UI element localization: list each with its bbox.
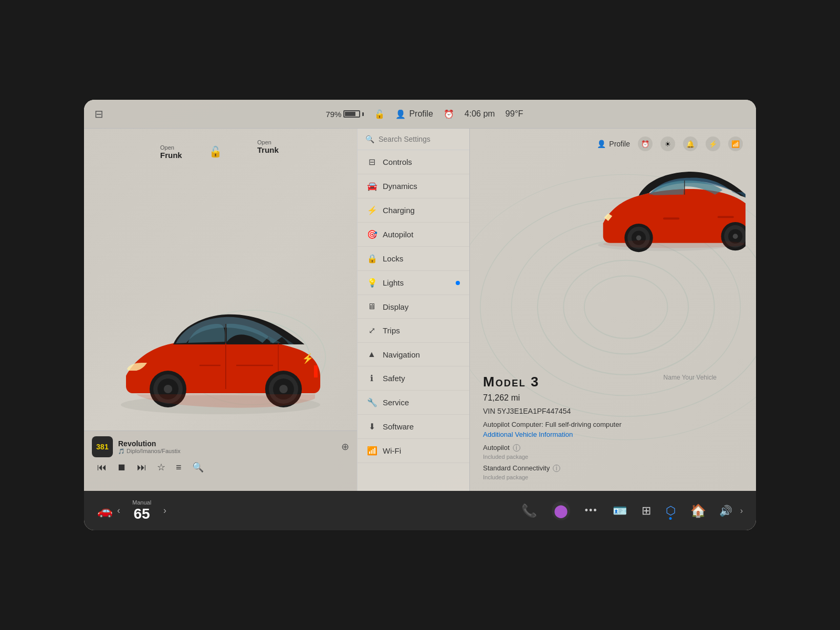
navigation-icon: ▲: [367, 350, 376, 359]
next-button[interactable]: ⏭: [137, 462, 146, 473]
menu-item-lights[interactable]: 💡 Lights: [358, 271, 469, 295]
search-button[interactable]: 🔍: [192, 461, 204, 473]
svg-rect-27: [663, 217, 679, 219]
connectivity-info-icon[interactable]: i: [553, 465, 560, 472]
profile-top-button[interactable]: 👤 Profile: [597, 140, 630, 148]
display-label: Display: [383, 302, 460, 311]
brightness-top-button[interactable]: ☀: [660, 136, 675, 151]
search-input[interactable]: [379, 135, 470, 143]
lock-icon: 🔓: [374, 109, 385, 119]
menu-item-autopilot[interactable]: 🎯 Autopilot: [358, 223, 469, 247]
stop-button[interactable]: ⏹: [117, 462, 127, 473]
menu-item-dynamics[interactable]: 🚘 Dynamics: [358, 174, 469, 198]
prev-speed-arrow[interactable]: ‹: [117, 505, 120, 516]
bluetooth-top-button[interactable]: ⚡: [706, 136, 720, 151]
bell-top-button[interactable]: 🔔: [683, 136, 698, 151]
additional-vehicle-link[interactable]: Additional Vehicle Information: [483, 430, 743, 438]
safety-icon: ℹ: [367, 373, 376, 383]
autopilot-computer-info: Autopilot Computer: Full self-driving co…: [483, 421, 743, 428]
taskbar-apps: 📞 ⬤ ••• 🪪 ⊞ ⬡ 🏠: [521, 501, 706, 520]
speed-display: Manual 65: [132, 499, 151, 522]
alarm-top-button[interactable]: ⏰: [638, 136, 653, 151]
model-header: Model 3 Name Your Vehicle: [483, 374, 743, 390]
speed-mode-label: Manual: [132, 499, 151, 506]
music-text: Revolution 🎵 Diplo/Imanos/Faustix: [118, 439, 336, 454]
next-speed-arrow[interactable]: ›: [163, 505, 166, 516]
lights-icon: 💡: [367, 278, 376, 288]
software-icon: ⬇: [367, 422, 376, 432]
drive-icon: ⊟: [94, 108, 103, 120]
bluetooth-app-icon[interactable]: ⬡: [666, 504, 676, 518]
frunk-unlock-icon: 🔓: [209, 145, 222, 158]
music-artist: 🎵 Diplo/Imanos/Faustix: [118, 448, 336, 454]
home-app-icon[interactable]: 🏠: [690, 503, 706, 518]
connectivity-label: Standard Connectivity: [483, 464, 550, 472]
controls-label: Controls: [383, 158, 460, 166]
prev-button[interactable]: ⏮: [97, 462, 107, 473]
charging-icon: ⚡: [367, 205, 376, 215]
menu-item-controls[interactable]: ⊟ Controls: [358, 150, 469, 174]
taskbar: 🚗 ‹ Manual 65 › 📞 ⬤ ••• 🪪 ⊞ ⬡ 🏠 🔊: [84, 491, 756, 530]
music-logo: 381: [92, 436, 113, 457]
trunk-title: Trunk: [257, 145, 279, 154]
cast-icon[interactable]: ⊕: [341, 441, 349, 453]
battery-cap: [362, 112, 364, 116]
temp-display: 99°F: [506, 109, 523, 119]
svg-text:⚡: ⚡: [302, 353, 314, 364]
menu-item-display[interactable]: 🖥 Display: [358, 295, 469, 319]
trunk-label[interactable]: Open Trunk: [257, 139, 279, 154]
mileage-display: 71,262 mi: [483, 393, 743, 403]
autopilot-package-sub: Included package: [483, 454, 743, 460]
info-app-icon[interactable]: 🪪: [613, 504, 627, 518]
svg-point-36: [733, 234, 738, 239]
music-player: 381 Revolution 🎵 Diplo/Imanos/Faustix ⊕ …: [84, 430, 357, 491]
status-center: 79% 🔓 👤 Profile ⏰ 4:06 pm 99°F: [326, 109, 523, 119]
svg-point-32: [636, 235, 642, 240]
speed-value: 65: [132, 506, 151, 522]
battery-percent: 79%: [326, 110, 341, 119]
dynamics-icon: 🚘: [367, 181, 376, 191]
search-icon: 🔍: [365, 135, 374, 143]
alarm-top-icon: ⏰: [641, 140, 649, 148]
grid-app-icon[interactable]: ⊞: [642, 504, 651, 518]
volume-expand-icon[interactable]: ›: [740, 506, 743, 516]
music-app-icon[interactable]: ⬤: [552, 501, 570, 520]
signal-top-button[interactable]: 📶: [728, 136, 743, 151]
profile-top-label: Profile: [609, 140, 630, 148]
menu-item-locks[interactable]: 🔒 Locks: [358, 247, 469, 271]
frunk-label[interactable]: Open Frunk: [160, 144, 182, 160]
svg-point-13: [164, 385, 172, 393]
taskbar-car-icon[interactable]: 🚗: [97, 503, 113, 518]
volume-icon[interactable]: 🔊: [719, 505, 732, 517]
menu-item-service[interactable]: 🔧 Service: [358, 391, 469, 415]
music-title: Revolution: [118, 439, 336, 448]
navigation-label: Navigation: [383, 350, 460, 359]
locks-icon: 🔒: [367, 254, 376, 264]
trips-icon: ⤢: [367, 326, 376, 335]
menu-item-software[interactable]: ⬇ Software: [358, 415, 469, 439]
svg-point-21: [538, 239, 715, 375]
menu-item-wifi[interactable]: 📶 Wi-Fi: [358, 439, 469, 463]
favorite-button[interactable]: ☆: [157, 461, 165, 473]
main-content: Open Frunk 🔓 Open Trunk: [84, 129, 756, 491]
equalizer-button[interactable]: ≡: [176, 462, 182, 473]
phone-app-icon[interactable]: 📞: [521, 503, 537, 518]
menu-item-trips[interactable]: ⤢ Trips: [358, 319, 469, 343]
taskbar-right: 🔊 ›: [719, 505, 743, 517]
locks-label: Locks: [383, 254, 460, 263]
status-bar: ⊟ 79% 🔓 👤 Profile ⏰ 4:06 pm 99°F: [84, 100, 756, 129]
profile-button[interactable]: 👤 Profile: [395, 109, 433, 119]
bluetooth-top-icon: ⚡: [709, 140, 717, 148]
autopilot-info-icon[interactable]: i: [513, 444, 520, 452]
music-controls: ⏮ ⏹ ⏭ ☆ ≡ 🔍: [92, 461, 349, 473]
menu-item-charging[interactable]: ⚡ Charging: [358, 198, 469, 223]
autopilot-package: Autopilot i: [483, 444, 743, 452]
more-app-icon[interactable]: •••: [585, 505, 598, 516]
wifi-icon: 📶: [367, 446, 376, 456]
menu-item-safety[interactable]: ℹ Safety: [358, 366, 469, 391]
status-left: ⊟: [94, 108, 103, 120]
connectivity-package: Standard Connectivity i: [483, 464, 743, 472]
name-vehicle-button[interactable]: Name Your Vehicle: [664, 374, 717, 381]
menu-item-navigation[interactable]: ▲ Navigation: [358, 343, 469, 366]
left-car-panel: Open Frunk 🔓 Open Trunk: [84, 129, 357, 491]
